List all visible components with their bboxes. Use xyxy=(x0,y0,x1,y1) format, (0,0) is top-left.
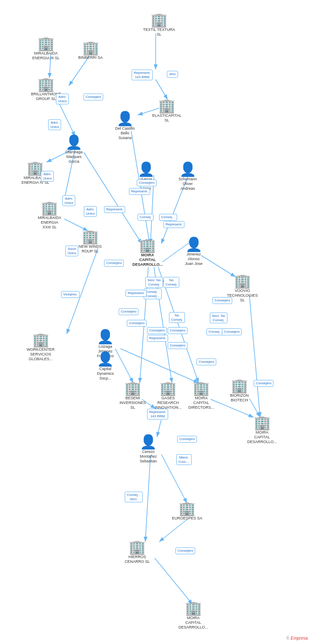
label-euroespes: EUROESPES SA xyxy=(172,516,203,521)
label-miralbaida23: MIRALBAIDAENERGIAXXIII SL xyxy=(38,216,61,229)
node-elasticapital: 🏢 ELASTICAPITAL SL xyxy=(150,99,184,123)
label-moira-des3: MOIRACAPITALDESARROLLO... xyxy=(178,616,208,629)
node-schumann: 👤 SchumannOliverAndreas xyxy=(178,162,197,191)
badge-consejero-cer[interactable]: Consejero xyxy=(177,436,197,443)
building-icon-besemi: 🏢 xyxy=(124,381,141,395)
badge-consejero-brillant[interactable]: Consejero xyxy=(83,94,103,100)
badge-adm-unico5[interactable]: Adm.Unico xyxy=(84,206,97,217)
label-biorizon: BIORIZONBIOTECH xyxy=(230,393,249,403)
badge-adm-unico2[interactable]: Adm.Unico xyxy=(48,119,61,130)
badge-adm-unico1[interactable]: Adm.Unico xyxy=(56,94,69,104)
svg-line-23 xyxy=(157,420,161,437)
node-besemi: 🏢 BESEMIINVERSIONESSL xyxy=(120,381,146,410)
node-del-castillo: 👤 Del CastilloBelloSusana xyxy=(115,112,135,140)
building-icon-voovio: 🏢 xyxy=(234,274,251,288)
badge-consejero-eur[interactable]: Consejero xyxy=(175,547,195,554)
node-biorizon: 🏢 BIORIZONBIOTECH xyxy=(230,379,249,403)
person-icon-del-castillo: 👤 xyxy=(117,112,134,125)
badge-consejero-garcia[interactable]: Consejero xyxy=(137,179,156,186)
building-icon-moira-central: 🏢 xyxy=(139,238,156,252)
building-icon-moira-des3: 🏢 xyxy=(185,601,202,615)
label-capital-dynamics: CapitalDynamicsSscp... xyxy=(97,367,114,380)
label-gases: GASESRESEARCHINNOVATION... xyxy=(155,396,181,410)
node-hierros: 🏢 HIERROSCENARRO SL xyxy=(125,540,150,564)
person-icon-schumann: 👤 xyxy=(179,162,196,176)
node-euroespes: 🏢 EUROESPES SA xyxy=(172,501,203,521)
node-olarreaga: 👤 OlarreagaMarquesGorca xyxy=(65,135,83,164)
svg-line-21 xyxy=(120,349,199,383)
badge-vicepres[interactable]: Vicepres. xyxy=(61,291,80,298)
label-jimenez: JimenezAlonsoJuan Jose xyxy=(185,252,203,266)
badge-consejero-v2[interactable]: Consejero xyxy=(222,328,242,335)
badge-miem-com[interactable]: Miem.Com.... xyxy=(176,454,192,465)
building-icon-gases: 🏢 xyxy=(160,381,177,395)
badge-secr-no-consej[interactable]: Secr. NoConsej. xyxy=(145,277,163,288)
label-moira-directors: MOIRACAPITALDIRECTORS... xyxy=(188,396,214,410)
badge-represent-143-top[interactable]: Represent.143 RRM xyxy=(132,70,153,80)
building-icon-moira-directors: 🏢 xyxy=(193,381,210,395)
badge-represent-143-mid[interactable]: Represent.143 RRM xyxy=(147,409,168,419)
badge-consejero-voovio[interactable]: Consejero xyxy=(212,297,232,304)
person-icon-loizaga: 👤 xyxy=(97,330,114,343)
node-jimenez: 👤 JimenezAlonsoJuan Jose xyxy=(185,237,203,266)
node-moira-directors: 🏢 MOIRACAPITALDIRECTORS... xyxy=(188,381,214,410)
building-icon-biorizon: 🏢 xyxy=(231,379,248,392)
badge-consejero-l[interactable]: Consejero xyxy=(127,320,147,327)
person-icon-capital-dynamics: 👤 xyxy=(97,352,114,366)
node-cerezo: 👤 CerezoMontañezSebastian xyxy=(140,435,157,463)
badge-no-consej-l[interactable]: NoConsej. xyxy=(169,312,185,323)
badge-jero[interactable]: Jero xyxy=(167,71,178,78)
badge-consejero-l3[interactable]: Consejero xyxy=(168,327,187,334)
label-textil: TEXTIL TEXTURA SL xyxy=(142,27,176,37)
person-icon-cerezo: 👤 xyxy=(140,435,157,449)
badge-consej-secr[interactable]: Consej. .Secr. xyxy=(125,492,143,502)
node-new-winds: 🏢 NEW WINDSROUP SL xyxy=(79,230,102,254)
badge-represent-garcia[interactable]: Represent. xyxy=(129,188,150,195)
badge-consej1[interactable]: Consej. xyxy=(138,214,153,221)
node-gases: 🏢 GASESRESEARCHINNOVATION... xyxy=(155,381,181,410)
badge-no-consej1[interactable]: NoConsej. xyxy=(163,277,179,288)
badge-consej2[interactable]: Consej. . xyxy=(159,214,177,221)
node-garcia: 👤 GarciaGonzalezVictor xyxy=(138,162,155,191)
badge-secr-no-consej2[interactable]: Secr. NoConsej. xyxy=(210,313,227,323)
badge-adm-unico4[interactable]: Adm.Unico xyxy=(62,195,75,206)
building-icon-euroespes: 🏢 xyxy=(178,501,196,515)
svg-line-28 xyxy=(249,295,260,417)
building-icon-workcenter: 🏢 xyxy=(32,333,49,346)
badge-consejero-moi[interactable]: Consejero xyxy=(196,358,216,365)
badge-consejero-w[interactable]: Consejero xyxy=(119,308,138,315)
badge-represent2[interactable]: Represent. xyxy=(163,221,184,228)
building-icon-binberri: 🏢 xyxy=(82,41,99,55)
badge-adm-unico3[interactable]: Adm.Unico xyxy=(41,171,54,182)
badge-consejero-l2[interactable]: Consejero xyxy=(147,327,167,334)
label-elasticapital: ELASTICAPITAL SL xyxy=(150,113,184,123)
node-binberri: 🏢 BINBERRI SA xyxy=(78,41,103,60)
person-icon-garcia: 👤 xyxy=(138,162,155,176)
badge-represent-en[interactable]: Represent. xyxy=(126,290,147,297)
label-hierros: HIERROSCENARRO SL xyxy=(125,555,150,564)
badge-represent-mid[interactable]: Represent. xyxy=(104,206,125,213)
person-icon-jimenez: 👤 xyxy=(185,237,203,251)
svg-line-2 xyxy=(156,79,168,100)
building-icon-hierros: 🏢 xyxy=(129,540,146,554)
building-icon-textil: 🏢 xyxy=(150,13,168,27)
label-del-castillo: Del CastilloBelloSusana xyxy=(115,126,135,140)
svg-line-20 xyxy=(115,349,133,383)
node-capital-dynamics: 👤 CapitalDynamicsSscp... xyxy=(97,352,114,380)
label-new-winds: NEW WINDSROUP SL xyxy=(79,244,102,254)
node-textil: 🏢 TEXTIL TEXTURA SL xyxy=(142,13,176,37)
label-workcenter: WORKCENTERSERVICIOSGLOBALES... xyxy=(27,347,55,361)
badge-consejero-l4[interactable]: Consejero xyxy=(168,342,187,349)
badge-consejero-bio[interactable]: Consejero xyxy=(254,380,273,387)
node-workcenter: 🏢 WORKCENTERSERVICIOSGLOBALES... xyxy=(27,333,55,361)
badge-represent-l[interactable]: Represent. xyxy=(147,335,168,342)
node-moira-central: 🏢 MOIRACAPITALDESARROLLO... xyxy=(132,238,163,267)
node-miralbaida23: 🏢 MIRALBAIDAENERGIAXXIII SL xyxy=(38,201,61,229)
svg-line-25 xyxy=(145,455,150,542)
node-miralbaida3: 🏢 MIRALBAIDAENERGIA III SL xyxy=(32,36,60,61)
label-miralbaida3: MIRALBAIDAENERGIA III SL xyxy=(32,51,60,61)
badge-consejero-new[interactable]: Consejero xyxy=(104,260,124,267)
badge-socio-unico[interactable]: SocioÚnico xyxy=(65,246,78,256)
label-cerezo: CerezoMontañezSebastian xyxy=(140,450,157,463)
building-icon-miralbaida3: 🏢 xyxy=(37,36,55,50)
